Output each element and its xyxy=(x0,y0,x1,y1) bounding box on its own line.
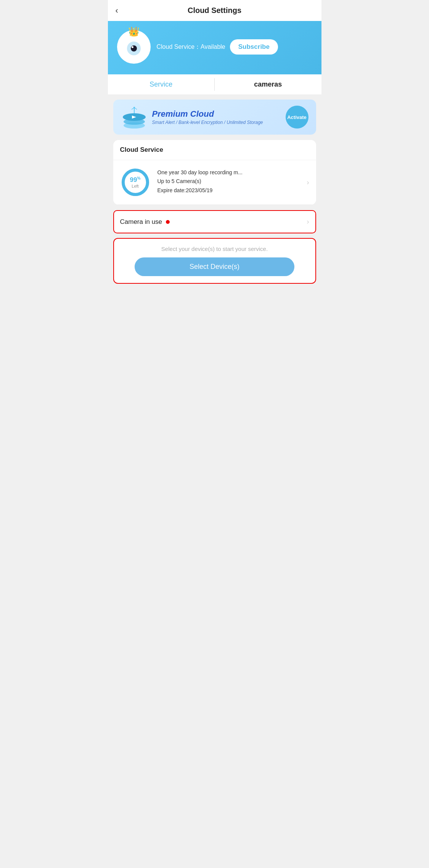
donut-label: Left xyxy=(130,184,141,188)
camera-row-left: Camera in use xyxy=(120,218,170,226)
cloud-service-label: Cloud Service：Available xyxy=(157,43,225,51)
crown-icon: 👑 xyxy=(128,26,140,37)
premium-cloud-icon xyxy=(121,106,148,129)
premium-text: Premium Cloud Smart Alert / Bank-level E… xyxy=(152,109,281,125)
camera-in-use-row[interactable]: Camera in use › xyxy=(113,210,316,233)
cloud-banner: 👑 Cloud Service：Available Subscribe xyxy=(108,21,321,74)
tab-bar: Service cameras xyxy=(108,74,321,95)
premium-banner: Premium Cloud Smart Alert / Bank-level E… xyxy=(113,100,316,135)
select-device-button[interactable]: Select Device(s) xyxy=(135,257,294,276)
service-detail-1: One year 30 day loop recording m... xyxy=(157,169,300,177)
svg-line-7 xyxy=(134,108,137,109)
select-hint-text: Select your device(s) to start your serv… xyxy=(161,246,268,252)
tab-cameras[interactable]: cameras xyxy=(215,74,321,95)
service-info-row[interactable]: 99% Left One year 30 day loop recording … xyxy=(113,160,316,205)
usage-donut: 99% Left xyxy=(120,167,151,198)
camera-in-use-label: Camera in use xyxy=(120,218,162,226)
back-button[interactable]: ‹ xyxy=(116,6,118,16)
page-title: Cloud Settings xyxy=(188,6,241,15)
tab-service[interactable]: Service xyxy=(108,74,215,95)
banner-info: Cloud Service：Available Subscribe xyxy=(157,39,312,55)
notification-dot xyxy=(166,220,170,224)
svg-line-6 xyxy=(132,108,134,109)
activate-button[interactable]: Activate xyxy=(286,106,308,129)
select-device-section: Select your device(s) to start your serv… xyxy=(113,238,316,284)
camera-row-chevron-icon: › xyxy=(307,218,309,226)
donut-percent: 99% xyxy=(130,176,141,184)
service-card-title: Cloud Service xyxy=(113,140,316,160)
cloud-service-card: Cloud Service 99% Left One year 30 day l… xyxy=(113,140,316,205)
service-details: One year 30 day loop recording m... Up t… xyxy=(157,169,300,196)
premium-title: Premium Cloud xyxy=(152,109,281,119)
mascot-avatar: 👑 xyxy=(117,30,151,64)
service-detail-2: Up to 5 Camera(s) xyxy=(157,178,300,185)
header: ‹ Cloud Settings xyxy=(108,0,321,21)
premium-subtitle: Smart Alert / Bank-level Encryption / Un… xyxy=(152,120,281,125)
service-chevron-icon: › xyxy=(307,178,309,186)
subscribe-button[interactable]: Subscribe xyxy=(230,39,278,55)
service-detail-3: Expire date:2023/05/19 xyxy=(157,187,300,194)
